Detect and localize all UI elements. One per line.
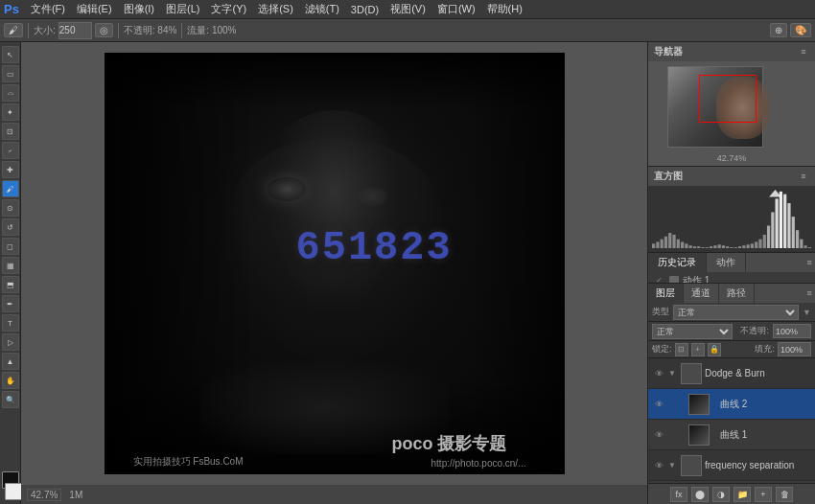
navigator-thumbnail[interactable]: 42.74% <box>648 61 815 166</box>
tool-history-brush[interactable]: ↺ <box>2 218 19 236</box>
fill-label: 填充: <box>755 343 775 355</box>
tool-lasso[interactable]: ⌓ <box>2 84 19 102</box>
layers-tabs: 图层 通道 路径 ≡ <box>648 284 815 303</box>
layer-mask-btn[interactable]: ⬤ <box>691 487 709 502</box>
filter-icon[interactable]: ▼ <box>803 308 811 317</box>
tool-wand[interactable]: ✦ <box>2 103 19 121</box>
tab-paths[interactable]: 路径 <box>719 284 755 303</box>
tab-actions[interactable]: 动作 <box>707 253 746 272</box>
tool-gradient[interactable]: ▦ <box>2 257 19 274</box>
tool-dodge[interactable]: ⬒ <box>2 276 19 293</box>
tool-heal[interactable]: ✚ <box>2 161 19 178</box>
navigator-header[interactable]: 导航器 ≡ <box>648 42 815 61</box>
layer-new-btn[interactable]: + <box>755 487 772 502</box>
layer-visibility-toggle[interactable]: 👁 <box>652 459 665 472</box>
layer-adj-btn[interactable]: ◑ <box>712 487 730 502</box>
layer-visibility-toggle[interactable]: 👁 <box>652 428 665 442</box>
tool-eyedrop[interactable]: ⌿ <box>2 142 19 159</box>
layer-item[interactable]: 👁 ▼ Dodge & Burn <box>648 358 815 389</box>
tool-shape[interactable]: ▲ <box>2 353 19 370</box>
svg-rect-34 <box>792 217 795 248</box>
layer-name: 曲线 1 <box>720 428 811 442</box>
history-list[interactable]: ✓动作 1✓胶片✓scharf✓auto1✓autoskin color1▶复制… <box>648 272 815 283</box>
history-item[interactable]: ✓动作 1 <box>648 272 815 283</box>
svg-rect-33 <box>787 203 790 248</box>
layers-type-select[interactable]: 正常 <box>673 305 799 320</box>
tab-channels[interactable]: 通道 <box>684 284 719 303</box>
menu-view[interactable]: 视图(V) <box>384 2 431 16</box>
svg-rect-27 <box>763 235 766 248</box>
toolbar-separator <box>28 23 29 38</box>
layer-visibility-toggle[interactable]: 👁 <box>652 398 665 411</box>
toolbar-sep2 <box>118 23 119 38</box>
main-layout: ↖ ▭ ⌓ ✦ ⊡ ⌿ ✚ 🖌 ⊙ ↺ ◻ ▦ ⬒ ✒ T ▷ ▲ ✋ 🔍 DS… <box>0 42 815 504</box>
brush-hardness[interactable]: ◎ <box>95 23 113 37</box>
menu-image[interactable]: 图像(I) <box>118 2 160 16</box>
fill-input[interactable] <box>778 342 811 356</box>
brush-icon[interactable]: 🖌 <box>4 23 23 37</box>
tool-select-rect[interactable]: ▭ <box>2 65 19 82</box>
tool-path-select[interactable]: ▷ <box>2 333 19 351</box>
menu-help[interactable]: 帮助(H) <box>481 2 528 16</box>
layer-fx-btn[interactable]: fx <box>670 487 687 502</box>
menu-filter[interactable]: 滤镜(T) <box>299 2 345 16</box>
svg-rect-35 <box>796 230 799 248</box>
tool-pen[interactable]: ✒ <box>2 295 19 312</box>
tab-history[interactable]: 历史记录 <box>648 253 707 272</box>
toolbar-sep3 <box>181 23 182 38</box>
lock-all-btn[interactable]: 🔒 <box>708 343 721 356</box>
menu-layer[interactable]: 图层(L) <box>160 2 205 16</box>
bg-color[interactable] <box>5 483 22 500</box>
tool-extra1[interactable]: ⊕ <box>770 23 787 37</box>
menu-select[interactable]: 选择(S) <box>252 2 299 16</box>
tool-crop[interactable]: ⊡ <box>2 123 19 140</box>
lock-pixel-btn[interactable]: ⊡ <box>675 343 688 356</box>
tool-eraser[interactable]: ◻ <box>2 238 19 255</box>
tool-clone[interactable]: ⊙ <box>2 199 19 217</box>
menu-window[interactable]: 窗口(W) <box>431 2 481 16</box>
navigator-menu-icon[interactable]: ≡ <box>798 46 809 57</box>
layer-group-btn[interactable]: 📁 <box>734 487 751 502</box>
brush-size-input[interactable] <box>58 22 92 39</box>
tool-brush[interactable]: 🖌 <box>2 180 19 197</box>
tool-hand[interactable]: ✋ <box>2 372 19 389</box>
histogram-chart <box>652 190 811 248</box>
navigator-panel: 导航器 ≡ 42.74% <box>648 42 815 167</box>
tool-zoom[interactable]: 🔍 <box>2 391 19 408</box>
tool-text[interactable]: T <box>2 314 19 332</box>
svg-rect-22 <box>742 245 745 248</box>
tool-extra2[interactable]: 🎨 <box>790 23 811 37</box>
menu-bar: Ps 文件(F) 编辑(E) 图像(I) 图层(L) 文字(Y) 选择(S) 滤… <box>0 0 815 19</box>
menu-3d[interactable]: 3D(D) <box>345 4 384 15</box>
lock-label: 锁定: <box>652 343 672 355</box>
history-menu-icon[interactable]: ≡ <box>803 257 815 268</box>
layers-menu-icon[interactable]: ≡ <box>803 287 815 299</box>
layer-item[interactable]: 👁 曲线 2 <box>648 389 815 420</box>
canvas-container[interactable]: 651823 poco 摄影专题 实用拍摄技巧 FsBus.CoM http:/… <box>21 42 647 485</box>
opacity-input[interactable] <box>773 324 811 338</box>
history-item-label: 动作 1 <box>683 274 710 283</box>
menu-edit[interactable]: 编辑(E) <box>71 2 118 16</box>
histogram-menu-icon[interactable]: ≡ <box>798 171 809 182</box>
tab-layers[interactable]: 图层 <box>648 284 684 303</box>
nav-image-preview <box>667 66 763 148</box>
histogram-title: 直方图 <box>654 170 683 183</box>
layer-item[interactable]: 👁 ▼ frequency separation <box>648 450 815 481</box>
svg-rect-29 <box>771 212 774 248</box>
layer-delete-btn[interactable]: 🗑 <box>776 487 793 502</box>
svg-rect-1 <box>656 241 659 248</box>
history-item-icon <box>669 276 679 283</box>
tool-move[interactable]: ↖ <box>2 46 19 63</box>
layers-list[interactable]: 👁 ▼ Dodge & Burn 👁 曲线 2 👁 曲线 1 👁 ▼ frequ… <box>648 358 815 483</box>
lock-pos-btn[interactable]: + <box>691 343 705 356</box>
svg-rect-37 <box>804 245 807 248</box>
svg-rect-23 <box>747 244 750 248</box>
histogram-header[interactable]: 直方图 ≡ <box>648 167 815 186</box>
layer-item[interactable]: 👁 曲线 1 <box>648 420 815 450</box>
layer-visibility-toggle[interactable]: 👁 <box>652 367 665 380</box>
flow-label: 流量: 100% <box>187 24 236 37</box>
menu-text[interactable]: 文字(Y) <box>205 2 252 16</box>
svg-rect-38 <box>808 247 811 248</box>
blend-mode-select[interactable]: 正常 <box>652 324 733 339</box>
menu-file[interactable]: 文件(F) <box>25 2 71 16</box>
